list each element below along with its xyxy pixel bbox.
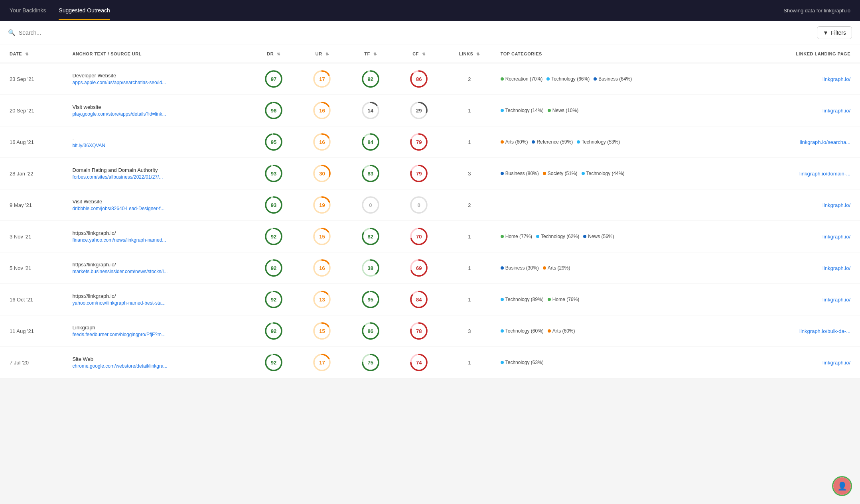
landing-cell[interactable]: linkgraph.io/: [740, 347, 860, 378]
category-item: Technology (66%): [546, 76, 590, 82]
landing-cell[interactable]: linkgraph.io/: [740, 189, 860, 221]
metric-circle: 30: [313, 164, 331, 183]
categories: Technology (63%): [501, 360, 736, 365]
category-label: Technology (89%): [505, 297, 544, 302]
metric-circle: 29: [410, 101, 428, 120]
anchor-url[interactable]: dribbble.com/jobs/82640-Lead-Designer-f.…: [73, 206, 176, 211]
metric-circle: 15: [313, 322, 331, 340]
search-input[interactable]: [19, 30, 817, 36]
landing-cell[interactable]: linkgraph.io/: [740, 284, 860, 315]
ur-cell: 13: [298, 284, 346, 315]
dr-cell: 92: [249, 347, 298, 378]
category-dot: [577, 140, 580, 144]
anchor-cell: Visit website play.google.com/store/apps…: [68, 95, 250, 126]
navbar: Your Backlinks Suggested Outreach Showin…: [0, 0, 860, 21]
category-label: Reference (59%): [537, 139, 573, 145]
category-item: Society (51%): [543, 171, 578, 176]
metric-circle: 92: [264, 259, 283, 277]
links-cell: 1: [443, 284, 496, 315]
categories-cell: Home (77%) Technology (62%) News (56%): [496, 221, 740, 252]
date-cell: 23 Sep '21: [0, 63, 68, 95]
anchor-url[interactable]: bit.ly/36XQVAN: [73, 143, 176, 148]
anchor-cell: - bit.ly/36XQVAN: [68, 126, 250, 158]
anchor-url[interactable]: apps.apple.com/us/app/searchatlas-seo/id…: [73, 80, 176, 85]
landing-cell[interactable]: linkgraph.io/: [740, 95, 860, 126]
table-row: 20 Sep '21 Visit website play.google.com…: [0, 95, 860, 126]
landing-cell[interactable]: linkgraph.io/bulk-da-...: [740, 315, 860, 347]
anchor-url[interactable]: play.google.com/store/apps/details?id=li…: [73, 111, 176, 117]
backlinks-table: DATE⇅ ANCHOR TEXT / SOURCE URL DR⇅ UR⇅ T…: [0, 45, 860, 378]
metric-circle: 16: [313, 133, 331, 151]
anchor-url[interactable]: markets.businessinsider.com/news/stocks/…: [73, 269, 176, 274]
nav-your-backlinks[interactable]: Your Backlinks: [10, 1, 46, 20]
tf-cell: 38: [346, 252, 394, 284]
table-header: DATE⇅ ANCHOR TEXT / SOURCE URL DR⇅ UR⇅ T…: [0, 45, 860, 63]
landing-cell[interactable]: linkgraph.io/: [740, 63, 860, 95]
date-cell: 11 Aug '21: [0, 315, 68, 347]
col-links[interactable]: LINKS⇅: [443, 45, 496, 63]
col-cf[interactable]: CF⇅: [395, 45, 443, 63]
sort-icon-cf: ⇅: [422, 52, 426, 56]
col-date[interactable]: DATE⇅: [0, 45, 68, 63]
metric-circle: 93: [264, 196, 283, 214]
metric-circle: 84: [410, 290, 428, 309]
category-item: News (10%): [548, 108, 578, 113]
tf-cell: 82: [346, 221, 394, 252]
landing-cell[interactable]: linkgraph.io/searcha...: [740, 126, 860, 158]
nav-suggested-outreach[interactable]: Suggested Outreach: [59, 1, 110, 20]
metric-circle: 19: [313, 196, 331, 214]
col-anchor: ANCHOR TEXT / SOURCE URL: [68, 45, 250, 63]
anchor-title: Visit Website: [73, 199, 245, 205]
anchor-url[interactable]: forbes.com/sites/allbusiness/2022/01/27/…: [73, 174, 176, 180]
anchor-cell: Domain Rating and Domain Authority forbe…: [68, 158, 250, 189]
table-row: 9 May '21 Visit Website dribbble.com/job…: [0, 189, 860, 221]
search-icon: 🔍: [8, 29, 16, 36]
filters-button[interactable]: ▼ Filters: [817, 26, 852, 39]
anchor-url[interactable]: feeds.feedburner.com/bloggingpro/PfjF?m.…: [73, 332, 176, 337]
category-item: News (56%): [583, 234, 614, 239]
category-dot: [536, 235, 539, 238]
metric-circle: 74: [410, 353, 428, 372]
category-label: Technology (60%): [505, 328, 544, 334]
anchor-title: Domain Rating and Domain Authority: [73, 167, 245, 173]
category-item: Business (30%): [501, 265, 539, 271]
category-label: Technology (66%): [551, 76, 590, 82]
cf-cell: 0: [395, 189, 443, 221]
metric-circle: 79: [410, 133, 428, 151]
anchor-cell: Linkgraph feeds.feedburner.com/bloggingp…: [68, 315, 250, 347]
anchor-url[interactable]: finance.yahoo.com/news/linkgraph-named..…: [73, 237, 176, 243]
table-row: 28 Jan '22 Domain Rating and Domain Auth…: [0, 158, 860, 189]
category-dot: [548, 109, 551, 112]
category-label: Recreation (70%): [505, 76, 542, 82]
cf-cell: 70: [395, 221, 443, 252]
date-cell: 5 Nov '21: [0, 252, 68, 284]
anchor-url[interactable]: chrome.google.com/webstore/detail/linkgr…: [73, 363, 176, 369]
landing-cell[interactable]: linkgraph.io/: [740, 221, 860, 252]
metric-circle: 97: [264, 70, 283, 88]
categories-cell: Technology (14%) News (10%): [496, 95, 740, 126]
dr-cell: 93: [249, 189, 298, 221]
categories-cell: Arts (60%) Reference (59%) Technology (5…: [496, 126, 740, 158]
category-dot: [501, 361, 504, 364]
col-categories: TOP CATEGORIES: [496, 45, 740, 63]
col-ur[interactable]: UR⇅: [298, 45, 346, 63]
landing-cell[interactable]: linkgraph.io/domain-...: [740, 158, 860, 189]
ur-cell: 19: [298, 189, 346, 221]
category-label: Business (80%): [505, 171, 539, 176]
col-dr[interactable]: DR⇅: [249, 45, 298, 63]
metric-circle: 75: [361, 353, 380, 372]
col-tf[interactable]: TF⇅: [346, 45, 394, 63]
landing-cell[interactable]: linkgraph.io/: [740, 252, 860, 284]
table-row: 3 Nov '21 https://linkgraph.io/ finance.…: [0, 221, 860, 252]
search-bar: 🔍 ▼ Filters: [0, 21, 860, 45]
category-label: Home (76%): [552, 297, 579, 302]
anchor-cell: Visit Website dribbble.com/jobs/82640-Le…: [68, 189, 250, 221]
categories: Recreation (70%) Technology (66%) Busine…: [501, 76, 736, 82]
anchor-title: Linkgraph: [73, 325, 245, 331]
anchor-url[interactable]: yahoo.com/now/linkgraph-named-best-sta..…: [73, 300, 176, 306]
ur-cell: 17: [298, 347, 346, 378]
tf-cell: 0: [346, 189, 394, 221]
table-row: 11 Aug '21 Linkgraph feeds.feedburner.co…: [0, 315, 860, 347]
anchor-title: Site Web: [73, 356, 245, 362]
table-body: 23 Sep '21 Developer Website apps.apple.…: [0, 63, 860, 378]
